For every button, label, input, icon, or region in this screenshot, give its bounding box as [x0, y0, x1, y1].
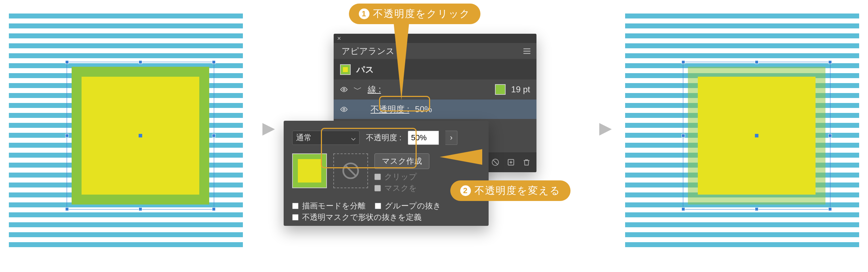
callout-2: 2 不透明度を変える — [450, 180, 571, 201]
appearance-row-path[interactable]: パス — [334, 59, 536, 79]
appearance-row-stroke[interactable]: ﹀ 線 : 19 pt — [334, 79, 536, 99]
panel-menu-icon[interactable] — [522, 47, 532, 56]
svg-point-0 — [343, 88, 345, 91]
stroke-link[interactable]: 線 : — [368, 84, 381, 95]
isolate-blending-checkbox[interactable]: 描画モードを分離 — [292, 200, 366, 212]
stroke-swatch-icon[interactable] — [495, 84, 506, 95]
callout-1: 1 不透明度をクリック — [349, 4, 480, 24]
artboard-before — [9, 13, 243, 248]
mask-thumbnail[interactable] — [333, 153, 368, 188]
knockout-group-label: グループの抜き — [385, 201, 441, 211]
stroke-value[interactable]: 19 pt — [511, 85, 530, 94]
make-mask-button[interactable]: マスク作成 — [374, 153, 429, 169]
clip-label: クリップ — [384, 172, 417, 182]
invert-mask-label: マスクを — [384, 183, 417, 194]
panel-tab-bar: アピアランス — [334, 43, 536, 59]
callout-1-pointer-icon — [394, 22, 409, 100]
opacity-input[interactable] — [408, 131, 439, 145]
isolate-blending-label: 描画モードを分離 — [302, 201, 366, 211]
artboard-after — [625, 13, 859, 248]
opacity-link[interactable]: 不透明度 : — [371, 104, 409, 115]
selection-center — [139, 134, 142, 137]
visibility-toggle-icon[interactable] — [340, 86, 348, 93]
callout-1-number: 1 — [359, 9, 369, 19]
add-icon[interactable] — [507, 158, 515, 167]
shape-after[interactable] — [688, 67, 825, 205]
selection-center — [755, 134, 758, 137]
no-entry-icon[interactable] — [491, 158, 500, 167]
flow-arrow-icon: ▶ — [599, 118, 612, 137]
svg-point-1 — [343, 108, 345, 110]
object-thumbnail[interactable] — [292, 153, 327, 188]
flow-arrow-icon: ▶ — [262, 118, 275, 137]
path-swatch-icon — [340, 64, 351, 75]
knockout-group-checkbox[interactable]: グループの抜き — [375, 200, 441, 212]
visibility-toggle-icon[interactable] — [340, 105, 348, 113]
transparency-popover: 通常 ⌵ 不透明度 : › マスク作成 クリップ マスクを — [284, 121, 489, 226]
path-label: パス — [356, 64, 374, 75]
trash-icon[interactable] — [522, 158, 531, 167]
opacity-value: 50% — [415, 104, 432, 114]
chevron-down-icon[interactable]: ﹀ — [354, 84, 362, 95]
callout-2-pointer-icon — [440, 149, 482, 165]
chevron-down-icon: ⌵ — [351, 133, 356, 142]
appearance-row-opacity[interactable]: 不透明度 : 50% — [334, 99, 536, 119]
callout-2-number: 2 — [460, 185, 471, 196]
shape-before[interactable] — [72, 67, 209, 205]
panel-close-bar[interactable]: × — [334, 34, 536, 43]
blend-mode-value: 通常 — [296, 132, 312, 143]
callout-1-text: 不透明度をクリック — [373, 7, 471, 21]
opacity-stepper[interactable]: › — [445, 131, 457, 145]
define-knockout-shape-label: 不透明マスクで形状の抜きを定義 — [302, 212, 422, 223]
blend-mode-dropdown[interactable]: 通常 ⌵ — [292, 131, 360, 145]
panel-title: アピアランス — [341, 45, 395, 57]
callout-2-text: 不透明度を変える — [474, 184, 561, 197]
opacity-field-label: 不透明度 : — [366, 132, 401, 143]
define-knockout-shape-checkbox[interactable]: 不透明マスクで形状の抜きを定義 — [292, 212, 480, 223]
